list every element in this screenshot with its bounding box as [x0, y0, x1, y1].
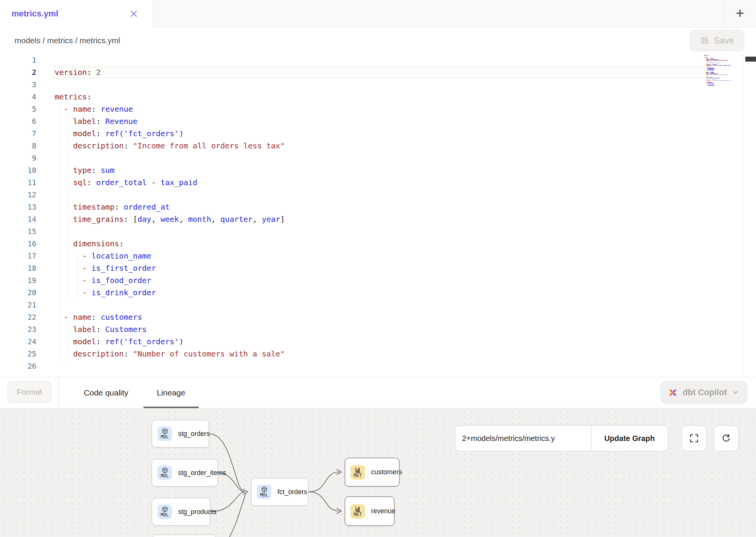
- code-line[interactable]: 3: [0, 78, 756, 91]
- code-line[interactable]: 9: [0, 152, 756, 164]
- code-line[interactable]: 23 label: Customers: [0, 323, 756, 335]
- line-code: - is_first_order: [55, 262, 156, 274]
- tab-lineage[interactable]: Lineage: [143, 377, 199, 408]
- line-code: description: "Income from all orders les…: [55, 140, 285, 152]
- line-number: 16: [0, 238, 36, 250]
- breadcrumb: models / metrics / metrics.yml: [15, 36, 120, 45]
- code-line[interactable]: 16 dimensions:: [0, 238, 756, 250]
- node-label: stg_products: [178, 508, 216, 516]
- new-tab-button[interactable]: +: [723, 0, 756, 27]
- refresh-icon: [721, 433, 731, 443]
- tab-title: metrics.yml: [11, 9, 58, 19]
- code-line[interactable]: 13 timestamp: ordered_at: [0, 201, 756, 213]
- lineage-node-stg_products[interactable]: MDLstg_products: [152, 498, 210, 526]
- fullscreen-button[interactable]: [681, 425, 707, 451]
- code-line[interactable]: 26: [0, 360, 756, 372]
- lineage-node-customers[interactable]: METcustomers: [345, 458, 399, 487]
- refresh-button[interactable]: [714, 425, 739, 451]
- line-number: 2: [0, 66, 36, 78]
- code-editor[interactable]: 12version: 234metrics:5 - name: revenue6…: [0, 54, 756, 377]
- code-line[interactable]: 17 - location_name: [0, 250, 756, 262]
- line-number: 17: [0, 250, 36, 262]
- line-number: 14: [0, 213, 36, 225]
- line-code: timestamp: ordered_at: [55, 201, 170, 213]
- lineage-node-stg_order_items[interactable]: MDLstg_order_items: [152, 459, 218, 487]
- node-label: revenue: [371, 507, 395, 515]
- code-line[interactable]: 11 sql: order_total - tax_paid: [0, 176, 756, 189]
- fullscreen-icon: [689, 433, 699, 443]
- line-number: 21: [0, 299, 36, 311]
- line-code: description: "Number of customers with a…: [55, 348, 285, 360]
- lineage-node-fct_orders[interactable]: MDLfct_orders: [251, 478, 308, 506]
- line-code: model: ref('fct_orders'): [55, 335, 183, 348]
- ide-window: metrics.yml + models / metrics / metrics…: [0, 0, 756, 537]
- code-line[interactable]: 5 - name: revenue: [0, 103, 756, 115]
- line-number: 24: [0, 335, 36, 348]
- code-line[interactable]: 2version: 2: [0, 66, 756, 78]
- cube-icon: MDL: [257, 485, 271, 499]
- scrollbar-thumb[interactable]: [745, 57, 756, 62]
- code-line[interactable]: 24 model: ref('fct_orders'): [0, 335, 756, 348]
- code-line[interactable]: 18 - is_first_order: [0, 262, 756, 274]
- line-code: label: Revenue: [55, 115, 138, 127]
- dbt-copilot-button[interactable]: dbt Copilot: [660, 381, 747, 404]
- line-number: 9: [0, 152, 36, 164]
- tab-metrics-yml[interactable]: metrics.yml: [0, 0, 153, 28]
- update-graph-button[interactable]: Update Graph: [591, 426, 668, 451]
- code-line[interactable]: 21: [0, 299, 756, 311]
- code-line[interactable]: 4metrics:: [0, 91, 756, 103]
- close-icon[interactable]: [129, 9, 138, 18]
- lineage-node-stg_orders[interactable]: MDLstg_orders: [152, 420, 209, 447]
- line-code: - location_name: [55, 250, 151, 262]
- line-number: 22: [0, 311, 36, 323]
- line-code: - is_drink_order: [55, 286, 156, 299]
- line-number: 23: [0, 323, 36, 335]
- save-icon: [700, 36, 709, 45]
- code-line[interactable]: 14 time_grains: [day, week, month, quart…: [0, 213, 756, 225]
- lineage-filter-input[interactable]: [455, 426, 591, 451]
- line-number: 13: [0, 201, 36, 213]
- breadcrumb-row: models / metrics / metrics.yml Save: [0, 28, 756, 54]
- active-tab-underline: [143, 407, 199, 408]
- line-number: 18: [0, 262, 36, 274]
- lineage-node-revenue[interactable]: METrevenue: [345, 496, 394, 526]
- code-line[interactable]: 8 description: "Income from all orders l…: [0, 140, 756, 152]
- save-button[interactable]: Save: [690, 30, 744, 51]
- code-line[interactable]: 25 description: "Number of customers wit…: [0, 348, 756, 360]
- line-number: 12: [0, 189, 36, 201]
- code-line[interactable]: 20 - is_drink_order: [0, 286, 756, 299]
- dbt-copilot-label: dbt Copilot: [683, 387, 727, 397]
- indent-guide: [68, 115, 69, 299]
- format-button[interactable]: Format: [8, 381, 51, 403]
- code-line[interactable]: 19 - is_food_order: [0, 274, 756, 286]
- line-number: 19: [0, 274, 36, 286]
- tab-bar: metrics.yml +: [0, 0, 756, 28]
- line-code: model: ref('fct_orders'): [55, 127, 183, 140]
- line-code: type: sum: [55, 164, 115, 176]
- indent-guide: [59, 103, 60, 360]
- line-number: 20: [0, 286, 36, 299]
- indent-guide: [68, 323, 69, 360]
- line-code: - is_food_order: [55, 274, 151, 286]
- code-line[interactable]: 1: [0, 54, 756, 66]
- code-line[interactable]: 10 type: sum: [0, 164, 756, 176]
- code-line[interactable]: 22 - name: customers: [0, 311, 756, 323]
- node-label: customers: [371, 468, 402, 476]
- bar-chart-icon: MET: [350, 465, 365, 480]
- minimap-divider: [743, 54, 743, 377]
- cube-icon: MDL: [157, 426, 172, 441]
- lineage-node-partial_node[interactable]: [152, 535, 216, 537]
- chevron-down-icon: [732, 389, 739, 396]
- minimap[interactable]: [704, 54, 741, 86]
- save-label: Save: [714, 36, 734, 46]
- toolbar-divider: [58, 377, 59, 408]
- line-code: sql: order_total - tax_paid: [55, 176, 197, 189]
- lineage-graph[interactable]: MDLstg_ordersMDLstg_order_itemsMDLstg_pr…: [0, 408, 756, 537]
- code-line[interactable]: 7 model: ref('fct_orders'): [0, 127, 756, 140]
- node-label: stg_order_items: [178, 469, 226, 477]
- line-number: 11: [0, 176, 36, 189]
- code-line[interactable]: 6 label: Revenue: [0, 115, 756, 127]
- code-line[interactable]: 15: [0, 225, 756, 238]
- tab-code-quality[interactable]: Code quality: [76, 377, 136, 408]
- code-line[interactable]: 12: [0, 189, 756, 201]
